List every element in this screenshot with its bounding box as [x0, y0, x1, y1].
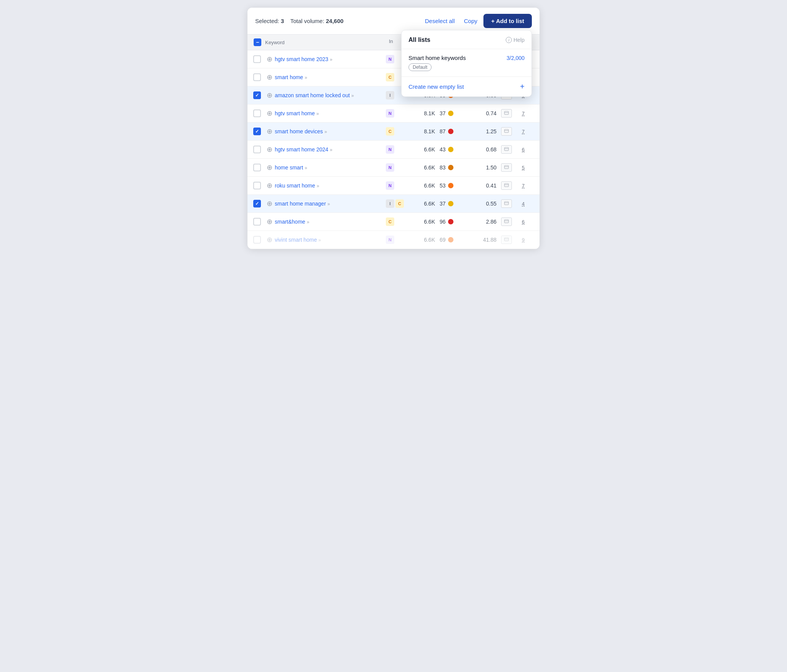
serp-button[interactable]: [501, 109, 512, 118]
serp-button[interactable]: [501, 145, 512, 154]
difficulty-cell: 96: [440, 219, 470, 225]
keyword-arrows-icon: »: [330, 57, 332, 62]
serp-button[interactable]: [501, 236, 512, 244]
row-checkbox[interactable]: [253, 73, 261, 81]
checkbox-cell: [247, 110, 267, 117]
row-checkbox[interactable]: [253, 91, 261, 99]
row-checkbox[interactable]: [253, 236, 261, 244]
keyword-link[interactable]: amazon smart home locked out »: [275, 92, 354, 98]
intent-cell: N: [386, 145, 409, 154]
checkbox-cell: [247, 182, 267, 189]
add-keyword-icon[interactable]: ⊕: [267, 145, 272, 154]
serp-button[interactable]: [501, 199, 512, 208]
keyword-link[interactable]: smart home manager »: [275, 201, 330, 207]
row-checkbox[interactable]: [253, 182, 261, 189]
difficulty-value: 83: [440, 164, 446, 171]
volume-cell: 6.6K: [409, 183, 440, 189]
difficulty-value: 87: [440, 128, 446, 134]
keyword-link[interactable]: smart home devices »: [275, 128, 327, 134]
keyword-cell: ⊕home smart »: [267, 163, 386, 172]
row-checkbox[interactable]: [253, 146, 261, 153]
keyword-link[interactable]: vivint smart home »: [275, 237, 321, 243]
keyword-link[interactable]: smart home »: [275, 74, 307, 80]
keyword-cell: ⊕smart home »: [267, 73, 386, 81]
add-to-list-button[interactable]: + Add to list: [483, 14, 532, 28]
info-icon: i: [506, 37, 512, 43]
add-keyword-icon[interactable]: ⊕: [267, 109, 272, 118]
row-checkbox[interactable]: [253, 128, 261, 135]
row-checkbox[interactable]: [253, 55, 261, 63]
results-cell[interactable]: 7: [520, 129, 540, 134]
svg-rect-20: [505, 238, 509, 241]
results-cell[interactable]: 6: [520, 147, 540, 153]
checkbox-cell: [247, 164, 267, 171]
keyword-link[interactable]: hgtv smart home 2024 »: [275, 146, 332, 153]
add-keyword-icon[interactable]: ⊕: [267, 236, 272, 244]
results-cell[interactable]: 4: [520, 201, 540, 207]
keyword-link[interactable]: roku smart home »: [275, 183, 319, 189]
difficulty-value: 53: [440, 183, 446, 189]
table-row: ⊕roku smart home »N6.6K530.417: [247, 177, 540, 195]
add-keyword-icon[interactable]: ⊕: [267, 217, 272, 226]
table-row: ⊕vivint smart home »N6.6K6941.889: [247, 231, 540, 249]
add-keyword-icon[interactable]: ⊕: [267, 55, 272, 63]
volume-cell: 8.1K: [409, 110, 440, 116]
difficulty-dot: [448, 183, 453, 188]
row-checkbox[interactable]: [253, 218, 261, 226]
difficulty-dot: [448, 219, 453, 224]
cpc-cell: 1.25: [470, 128, 501, 134]
add-keyword-icon[interactable]: ⊕: [267, 91, 272, 100]
results-cell[interactable]: 9: [520, 237, 540, 243]
keyword-link[interactable]: smart&home »: [275, 219, 309, 225]
add-keyword-icon[interactable]: ⊕: [267, 73, 272, 81]
help-link[interactable]: i Help: [506, 37, 525, 43]
table-row: ⊕smart home devices »C8.1K871.257: [247, 123, 540, 141]
selected-info: Selected: 3 Total volume: 24,600: [255, 18, 344, 24]
add-keyword-icon[interactable]: ⊕: [267, 199, 272, 208]
keyword-cell: ⊕smart&home »: [267, 217, 386, 226]
copy-button[interactable]: Copy: [461, 16, 480, 26]
difficulty-value: 37: [440, 110, 446, 116]
add-to-list-dropdown: All lists i Help Smart home keywords 3/2…: [401, 30, 532, 97]
table-row: ⊕home smart »N6.6K831.505: [247, 159, 540, 177]
add-keyword-icon[interactable]: ⊕: [267, 127, 272, 136]
results-cell[interactable]: 7: [520, 111, 540, 116]
select-all-checkbox[interactable]: [254, 38, 261, 46]
difficulty-value: 37: [440, 201, 446, 207]
add-keyword-icon[interactable]: ⊕: [267, 181, 272, 190]
intent-cell: C: [386, 127, 409, 136]
serp-button[interactable]: [501, 181, 512, 190]
add-keyword-icon[interactable]: ⊕: [267, 163, 272, 172]
intent-badge: N: [386, 55, 394, 63]
selected-count: 3: [281, 18, 284, 24]
total-value: 24,600: [326, 18, 344, 24]
serp-button[interactable]: [501, 217, 512, 226]
results-cell[interactable]: 7: [520, 183, 540, 189]
difficulty-dot: [448, 111, 453, 116]
checkbox-cell: [247, 200, 267, 207]
keyword-link[interactable]: hgtv smart home »: [275, 110, 319, 116]
results-cell[interactable]: 5: [520, 165, 540, 171]
row-checkbox[interactable]: [253, 164, 261, 171]
selected-label: Selected:: [255, 18, 279, 24]
row-checkbox[interactable]: [253, 200, 261, 207]
serp-button[interactable]: [501, 127, 512, 136]
list-name: Smart home keywords: [408, 55, 466, 61]
difficulty-dot: [448, 201, 453, 206]
keyword-link[interactable]: hgtv smart home 2023 »: [275, 56, 332, 62]
intent-badge: N: [386, 236, 394, 244]
results-cell[interactable]: 6: [520, 219, 540, 225]
list-item-smart-home-keywords[interactable]: Smart home keywords 3/2,000 Default: [402, 49, 531, 77]
svg-rect-12: [505, 166, 509, 169]
deselect-all-button[interactable]: Deselect all: [422, 16, 458, 26]
keyword-arrows-icon: »: [316, 111, 319, 116]
difficulty-cell: 37: [440, 110, 470, 116]
intent-badge: C: [395, 199, 404, 208]
create-new-list-button[interactable]: Create new empty list +: [402, 77, 531, 96]
keyword-arrows-icon: »: [324, 129, 327, 134]
serp-button[interactable]: [501, 163, 512, 172]
keyword-link[interactable]: home smart »: [275, 164, 307, 171]
row-checkbox[interactable]: [253, 110, 261, 117]
difficulty-value: 96: [440, 219, 446, 225]
plus-icon: +: [520, 82, 525, 91]
